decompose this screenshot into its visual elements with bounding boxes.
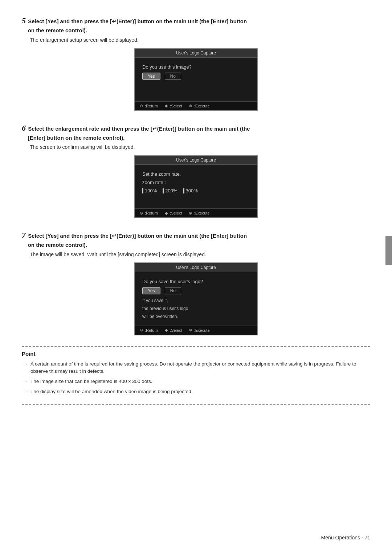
step5-footer-select: ◆ :Select: [164, 103, 182, 109]
step5-footer-execute: ⊕ :Execute: [188, 103, 210, 109]
step5-screen-line1: Do you use this image?: [142, 64, 250, 70]
page-footer: Menu Operations - 71: [321, 535, 370, 540]
step5-buttons-row: Yes No: [142, 73, 250, 80]
execute-icon-3: ⊕: [188, 328, 193, 333]
step6-number: 6: [22, 123, 26, 132]
step6-screen-mockup: User's Logo Capture Set the zoom rate. z…: [134, 155, 258, 218]
step7-heading: 7 Select [Yes] and then press the [↵(Ent…: [22, 229, 370, 249]
step6-heading: 6 Select the enlargement rate and then p…: [22, 122, 370, 142]
zoom-200-label: 200%: [165, 188, 177, 193]
step5-screen-footer: ⊙ :Return ◆ :Select ⊕ :Execute: [135, 101, 257, 110]
step5-block: 5 Select [Yes] and then press the [↵(Ent…: [22, 15, 370, 111]
point-item-1: A certain amount of time is required for…: [25, 360, 370, 375]
step5-body: The enlargement setup screen will be dis…: [30, 37, 370, 43]
step7-number: 7: [22, 230, 26, 240]
step7-screen-line3: the previous user's logo: [142, 306, 250, 311]
step6-footer-return: ⊙ :Return: [139, 211, 158, 216]
step7-heading-text: Select [Yes] and then press the [↵(Enter…: [22, 233, 247, 248]
step7-btn-no[interactable]: No: [165, 287, 181, 294]
step5-number: 5: [22, 16, 26, 25]
step6-screen-footer: ⊙ :Return ◆ :Select ⊕ :Execute: [135, 208, 257, 217]
step6-block: 6 Select the enlargement rate and then p…: [22, 122, 370, 219]
step5-footer-return: ⊙ :Return: [139, 103, 158, 109]
point-heading: Point: [22, 351, 370, 357]
step6-screen-title: User's Logo Capture: [135, 156, 257, 165]
dashed-line-top: [22, 346, 370, 347]
step6-footer-select: ◆ :Select: [164, 211, 182, 216]
return-icon-3: ⊙: [139, 328, 144, 333]
step7-screen-line4: will be overwritten.: [142, 314, 250, 319]
page-content: 5 Select [Yes] and then press the [↵(Ent…: [22, 15, 370, 405]
step6-screen-line2: zoom rate :: [142, 180, 250, 185]
point-item-2: The image size that can be registered is…: [25, 378, 370, 385]
step6-zoom-options: 100% 200% 300%: [142, 188, 250, 193]
zoom-100-label: 100%: [145, 188, 157, 193]
step7-buttons-row: Yes No: [142, 287, 250, 294]
step6-heading-line2: [Enter] button on the remote control).: [28, 135, 125, 141]
step5-btn-yes[interactable]: Yes: [142, 73, 160, 80]
step5-btn-no[interactable]: No: [165, 73, 181, 80]
step7-screen-container: User's Logo Capture Do you save the user…: [22, 262, 370, 335]
step7-btn-yes[interactable]: Yes: [142, 287, 160, 294]
zoom-marker-100: [142, 188, 143, 193]
step5-screen-container: User's Logo Capture Do you use this imag…: [22, 48, 370, 111]
step7-body: The image will be saved. Wait until the …: [30, 252, 370, 257]
step5-screen-title: User's Logo Capture: [135, 49, 257, 58]
step7-screen-line2: If you save it,: [142, 298, 250, 303]
step5-screen-body: Do you use this image? Yes No: [135, 58, 257, 101]
zoom-200: 200%: [163, 188, 177, 193]
step7-screen-mockup: User's Logo Capture Do you save the user…: [134, 262, 258, 335]
zoom-marker-300: [183, 188, 184, 193]
point-list: A certain amount of time is required for…: [25, 360, 370, 396]
select-icon: ◆: [164, 103, 169, 109]
step5-heading-text: Select [Yes] and then press the [↵(Enter…: [22, 18, 247, 33]
step7-heading-line2: on the remote control).: [28, 242, 87, 248]
step7-footer-execute: ⊕ :Execute: [188, 328, 210, 333]
step7-screen-footer: ⊙ :Return ◆ :Select ⊕ :Execute: [135, 326, 257, 335]
point-item-3: The display size will be amended when th…: [25, 388, 370, 395]
step6-screen-body: Set the zoom rate. zoom rate : 100% 200%: [135, 165, 257, 208]
step6-heading-text: Select the enlargement rate and then pre…: [22, 126, 250, 141]
step7-block: 7 Select [Yes] and then press the [↵(Ent…: [22, 229, 370, 335]
execute-icon: ⊕: [188, 103, 193, 109]
dashed-line-bottom: [22, 404, 370, 405]
step7-screen-line1: Do you save the user's logo?: [142, 279, 250, 284]
step6-footer-execute: ⊕ :Execute: [188, 211, 210, 216]
step5-heading-line2: on the remote control).: [28, 27, 87, 33]
zoom-300-label: 300%: [186, 188, 198, 193]
zoom-300: 300%: [183, 188, 198, 193]
step6-body: The screen to confirm saving will be dis…: [30, 144, 370, 150]
execute-icon-2: ⊕: [188, 211, 193, 216]
select-icon-3: ◆: [164, 328, 169, 333]
step7-screen-body: Do you save the user's logo? Yes No If y…: [135, 272, 257, 326]
step5-heading: 5 Select [Yes] and then press the [↵(Ent…: [22, 15, 370, 35]
zoom-100: 100%: [142, 188, 157, 193]
select-icon-2: ◆: [164, 211, 169, 216]
step6-screen-container: User's Logo Capture Set the zoom rate. z…: [22, 155, 370, 218]
sidebar-tab: [385, 236, 392, 265]
step5-screen-mockup: User's Logo Capture Do you use this imag…: [134, 48, 258, 111]
step7-footer-return: ⊙ :Return: [139, 328, 158, 333]
step7-screen-title: User's Logo Capture: [135, 263, 257, 272]
return-icon-2: ⊙: [139, 211, 144, 216]
zoom-marker-200: [163, 188, 164, 193]
return-icon: ⊙: [139, 103, 144, 109]
step7-footer-select: ◆ :Select: [164, 328, 182, 333]
step6-screen-line1: Set the zoom rate.: [142, 171, 250, 177]
point-section: Point A certain amount of time is requir…: [22, 351, 370, 396]
